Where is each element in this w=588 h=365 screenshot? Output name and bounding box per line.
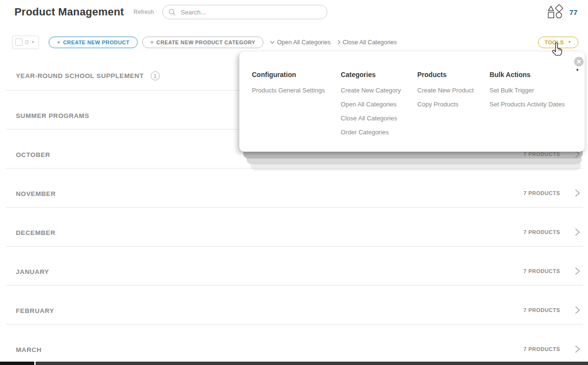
category-name: YEAR-ROUND SCHOOL SUPPLEMENT <box>16 72 144 79</box>
scroll-dot <box>576 69 578 71</box>
menu-item-create-new-category[interactable]: Create New Category <box>341 87 418 94</box>
tools-button[interactable]: TOOLS ▼ <box>538 37 578 48</box>
chevron-right-icon[interactable] <box>575 267 580 275</box>
page-title: Product Management <box>14 6 124 18</box>
progress-bar-elapsed <box>0 362 34 365</box>
category-count-badge: 1 <box>151 71 160 80</box>
create-new-product-button[interactable]: + CREATE NEW PRODUCT <box>49 37 138 48</box>
refresh-link[interactable]: Refresh <box>133 9 154 15</box>
category-name: MARCH <box>16 346 41 353</box>
plus-icon: + <box>150 39 154 46</box>
menu-item-order-categories[interactable]: Order Categories <box>341 129 418 136</box>
category-name: DECEMBER <box>16 229 55 236</box>
menu-heading: Configuration <box>252 71 341 78</box>
tools-menu-panel: Configuration Products General Settings … <box>239 52 585 152</box>
menu-item-products-general-settings[interactable]: Products General Settings <box>252 87 341 94</box>
selection-control[interactable]: 0 ▼ <box>12 36 39 49</box>
category-row[interactable]: DECEMBER 7 PRODUCTS <box>6 208 583 247</box>
menu-heading: Bulk Actions <box>490 71 585 78</box>
category-name: FEBRUARY <box>16 307 54 314</box>
chevron-right-icon[interactable] <box>575 345 580 353</box>
chevron-right-icon[interactable] <box>575 306 580 314</box>
menu-column-configuration: Configuration Products General Settings <box>252 71 341 143</box>
chevron-down-icon: ▼ <box>568 40 572 44</box>
search-input[interactable] <box>181 9 321 16</box>
category-products-count: 7 PRODUCTS <box>523 190 560 196</box>
bottom-progress-bar <box>0 362 588 365</box>
menu-column-categories: Categories Create New Category Open All … <box>341 71 418 143</box>
menu-item-open-all-categories[interactable]: Open All Categories <box>341 101 418 108</box>
panel-shadow-layer <box>250 163 581 170</box>
close-icon[interactable] <box>574 57 584 66</box>
menu-item-create-new-product[interactable]: Create New Product <box>418 87 490 94</box>
search-box[interactable] <box>162 5 327 19</box>
menu-item-close-all-categories[interactable]: Close All Categories <box>341 115 418 122</box>
category-products-count: 7 PRODUCTS <box>523 268 560 274</box>
category-name: SUMMER PROGRAMS <box>16 112 89 119</box>
toolbar: 0 ▼ + CREATE NEW PRODUCT + CREATE NEW PR… <box>0 24 588 52</box>
category-name: NOVEMBER <box>16 190 56 197</box>
category-row[interactable]: JANUARY 7 PRODUCTS <box>6 247 583 286</box>
notification-count[interactable]: 77 <box>569 8 577 16</box>
create-new-product-category-button[interactable]: + CREATE NEW PRODUCT CATEGORY <box>142 37 264 48</box>
menu-item-set-bulk-trigger[interactable]: Set Bulk Trigger <box>490 87 585 94</box>
chevron-down-icon <box>270 40 275 44</box>
menu-item-copy-products[interactable]: Copy Products <box>418 101 490 108</box>
category-row[interactable]: MARCH 7 PRODUCTS <box>6 325 583 364</box>
search-icon <box>169 9 176 16</box>
category-row[interactable]: NOVEMBER 7 PRODUCTS <box>6 169 583 208</box>
progress-bar-track <box>36 362 588 365</box>
close-all-categories-link[interactable]: Close All Categories <box>337 39 397 46</box>
selection-count: 0 <box>25 39 28 46</box>
category-products-count: 7 PRODUCTS <box>523 307 560 313</box>
category-name: OCTOBER <box>16 151 50 158</box>
chevron-down-icon[interactable]: ▼ <box>31 40 35 44</box>
category-name: JANUARY <box>16 268 49 275</box>
app-header: Product Management Refresh 77 <box>0 0 588 24</box>
chevron-right-icon[interactable] <box>575 228 580 236</box>
category-row[interactable]: FEBRUARY 7 PRODUCTS <box>6 286 583 325</box>
chevron-right-icon[interactable] <box>575 189 580 197</box>
menu-heading: Categories <box>341 71 418 78</box>
menu-column-products: Products Create New Product Copy Product… <box>418 71 490 143</box>
plus-icon: + <box>57 39 61 46</box>
menu-column-bulk-actions: Bulk Actions Set Bulk Trigger Set Produc… <box>490 71 585 143</box>
menu-heading: Products <box>418 71 490 78</box>
shapes-icon[interactable] <box>546 4 563 20</box>
open-all-categories-link[interactable]: Open All Categories <box>270 39 330 46</box>
category-products-count: 7 PRODUCTS <box>523 229 560 235</box>
category-products-count: 7 PRODUCTS <box>523 346 560 352</box>
select-all-checkbox[interactable] <box>15 39 23 46</box>
chevron-right-icon <box>337 39 341 45</box>
menu-item-set-products-activity-dates[interactable]: Set Products Activity Dates <box>490 101 585 108</box>
